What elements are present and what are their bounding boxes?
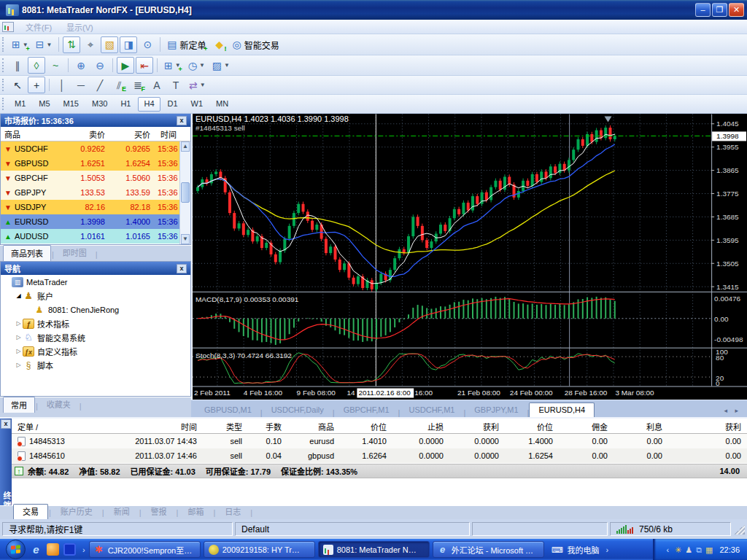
orders-column-0[interactable]: 定单 / (12, 421, 82, 432)
symbol-row-usdchf[interactable]: ▼USDCHF0.92620.926515:36 (1, 141, 190, 156)
mdi-child-icon[interactable] (2, 22, 14, 32)
messenger-quicklaunch-icon[interactable] (47, 543, 59, 556)
toolbar-grip[interactable] (2, 58, 6, 72)
menu-view[interactable]: 显示(V) (59, 20, 101, 34)
symbol-row-gbpusd[interactable]: ▼GBPUSD1.62511.625415:36 (1, 156, 190, 171)
indicators-button[interactable]: ⊞+▼ (161, 57, 184, 74)
nav-item-accounts[interactable]: ◢♟账户 (1, 289, 190, 303)
chart-profiles-button[interactable]: ⊟▼ (33, 36, 55, 53)
timeframe-h4[interactable]: H4 (138, 97, 160, 112)
market-watch-tab-0[interactable]: 商品列表 (3, 245, 51, 261)
start-button[interactable] (6, 540, 26, 559)
chart-tab-usdchf-m1[interactable]: USDCHF,M1 (400, 403, 463, 417)
orders-column-8[interactable]: 价位 (505, 421, 559, 432)
expander-closed-icon[interactable]: ▷ (15, 334, 23, 341)
market-watch-button[interactable]: ⇅ (63, 36, 80, 53)
timeframe-h1[interactable]: H1 (115, 97, 136, 112)
network-tray-icon[interactable]: ⧉ (696, 545, 702, 555)
restore-button[interactable]: ❐ (712, 3, 727, 17)
terminal-tab-2[interactable]: 新闻 (105, 505, 139, 519)
expander-open-icon[interactable]: ◢ (15, 292, 23, 299)
horizontal-line-button[interactable]: ─ (72, 77, 90, 93)
timeframe-w1[interactable]: W1 (185, 97, 209, 112)
terminal-tab-4[interactable]: 邮箱 (179, 505, 212, 519)
timeframe-d1[interactable]: D1 (162, 97, 184, 112)
status-profile[interactable]: Default (235, 522, 470, 536)
market-watch-close-icon[interactable]: x (177, 116, 187, 125)
chart-tab-eurusd-h4[interactable]: EURUSD,H4 (529, 402, 595, 417)
cursor-button[interactable]: ↖ (9, 77, 26, 93)
eurusd-h4-chart[interactable]: 1.40451.39551.38651.37751.36851.35951.35… (193, 114, 747, 400)
equidistant-channel-button[interactable]: ⫽E (110, 77, 128, 93)
menu-file[interactable]: 文件(F) (18, 20, 59, 34)
new-chart-button[interactable]: ⊞+▼ (9, 36, 31, 53)
chart-window[interactable]: 1.40451.39551.38651.37751.36851.35951.35… (191, 114, 747, 400)
symbol-row-usdjpy[interactable]: ▼USDJPY82.1682.1815:36 (1, 200, 190, 214)
task-button-hy[interactable]: 2009219158: HY Tr… (204, 541, 315, 558)
orders-column-3[interactable]: 手数 (248, 421, 287, 432)
navigator-close-icon[interactable]: x (177, 264, 187, 273)
expander-closed-icon[interactable]: ▷ (15, 362, 23, 368)
terminal-tab-3[interactable]: 警报 (142, 505, 176, 519)
alert-button[interactable]: ◆! (211, 36, 228, 53)
expander-closed-icon[interactable]: ▷ (15, 320, 23, 327)
tray-collapse-chevron-icon[interactable]: ‹ (666, 545, 669, 554)
user-agent-tray-icon[interactable]: ♟ (685, 545, 692, 555)
keyboard-icon[interactable]: ⌨ (551, 545, 563, 555)
timeframe-m1[interactable]: M1 (9, 97, 31, 112)
resize-grip[interactable] (735, 524, 745, 534)
vertical-line-button[interactable]: │ (53, 77, 71, 93)
orders-column-10[interactable]: 利息 (614, 421, 668, 432)
symbol-row-audusd[interactable]: ▲AUDUSD1.01611.016515:36 (1, 229, 190, 244)
task-button-mt4[interactable]: 8081: MetaTrader N… (318, 541, 430, 558)
orders-column-7[interactable]: 获利 (449, 421, 505, 432)
market-watch-scrollbar[interactable]: ▲ ▼ (179, 141, 190, 244)
nav-item-metatrader[interactable]: ▥MetaTrader (1, 275, 190, 289)
arrows-button[interactable]: ⇄▼ (186, 77, 209, 93)
order-row-14845313[interactable]: 148453132011.03.07 14:43sell0.10eurusd1.… (12, 434, 747, 448)
chart-tab-gbpusd-m1[interactable]: GBPUSD,M1 (196, 403, 260, 417)
close-button[interactable]: ✕ (729, 3, 744, 17)
chart-tab-gbpjpy-m1[interactable]: GBPJPY,M1 (465, 403, 527, 417)
symbol-row-eurusd[interactable]: ▲EURUSD1.39981.400015:36 (1, 214, 190, 229)
desktop-quicklaunch-icon[interactable] (63, 543, 76, 556)
symbol-row-gbpjpy[interactable]: ▼GBPJPY133.53133.5915:36 (1, 185, 190, 200)
task-button-ie[interactable]: e外汇论坛 - Microsoft … (433, 541, 544, 558)
trend-line-button[interactable]: ╱ (91, 77, 109, 93)
scroll-down-icon[interactable]: ▼ (181, 234, 190, 244)
expander-closed-icon[interactable]: ▷ (15, 348, 23, 354)
chart-tab-usdchf-daily[interactable]: USDCHF,Daily (263, 403, 333, 417)
data-window-button[interactable]: ⌖ (82, 36, 99, 53)
orders-column-6[interactable]: 止损 (392, 421, 449, 432)
crosshair-button[interactable]: + (28, 77, 45, 93)
timeframe-m30[interactable]: M30 (86, 97, 113, 112)
expert-advisors-button[interactable]: ◎智能交易 (230, 36, 282, 53)
nav-item-custom-indicators[interactable]: ▷ƒx自定义指标 (1, 344, 190, 358)
minimize-button[interactable]: – (695, 3, 711, 17)
task-button-forum[interactable]: ✱CJR2000!Sempron至… (89, 541, 201, 558)
order-row-14845610[interactable]: 148456102011.03.07 14:46sell0.04gbpusd1.… (12, 448, 747, 463)
tab-scroll-arrows[interactable]: ◂ ▸ (724, 407, 741, 414)
orders-column-1[interactable]: 时间 (82, 421, 203, 432)
toolbar-grip[interactable] (2, 79, 6, 92)
toolbar-grip[interactable] (2, 98, 6, 111)
terminal-close-icon[interactable]: x (1, 419, 11, 429)
my-computer-label[interactable]: 我的电脑 (568, 544, 600, 556)
scroll-thumb[interactable] (181, 182, 190, 203)
symbol-row-gbpchf[interactable]: ▼GBPCHF1.50531.506015:36 (1, 171, 190, 185)
zoom-out-button[interactable]: ⊖ (91, 57, 109, 74)
pinyin-star-tray-icon[interactable]: ✳ (675, 545, 681, 555)
bar-chart-button[interactable]: ∥ (9, 57, 26, 74)
terminal-tab-0[interactable]: 交易 (13, 504, 48, 519)
scroll-up-icon[interactable]: ▲ (181, 141, 190, 152)
terminal-button[interactable]: ◨ (120, 36, 137, 53)
quick-launch-chevron-icon[interactable]: › (82, 545, 85, 554)
nav-item-experts[interactable]: ▷♘智能交易系统 (1, 330, 190, 344)
market-watch-tab-1[interactable]: 即时图 (55, 244, 95, 261)
timeframe-m5[interactable]: M5 (33, 97, 55, 112)
auto-scroll-button[interactable]: ▶ (117, 57, 134, 74)
text-label-button[interactable]: T (167, 77, 185, 93)
navigator-button[interactable]: ▧ (101, 36, 118, 53)
nav-item-scripts[interactable]: ▷§脚本 (1, 358, 190, 372)
fibonacci-button[interactable]: ≣F (129, 77, 147, 93)
